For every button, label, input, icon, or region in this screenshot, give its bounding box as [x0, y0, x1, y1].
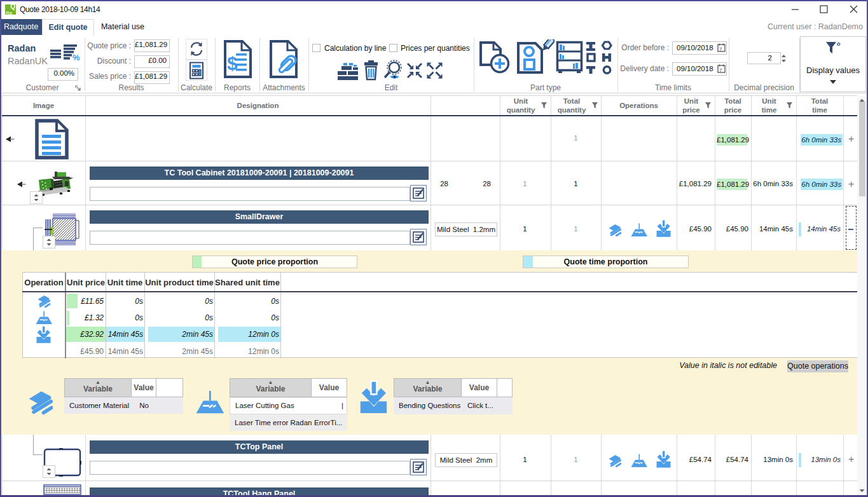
svg-text:o: o — [837, 41, 841, 47]
svg-text:7: 7 — [719, 67, 722, 73]
svg-text:$: $ — [227, 53, 238, 74]
svg-text:7: 7 — [719, 46, 722, 52]
